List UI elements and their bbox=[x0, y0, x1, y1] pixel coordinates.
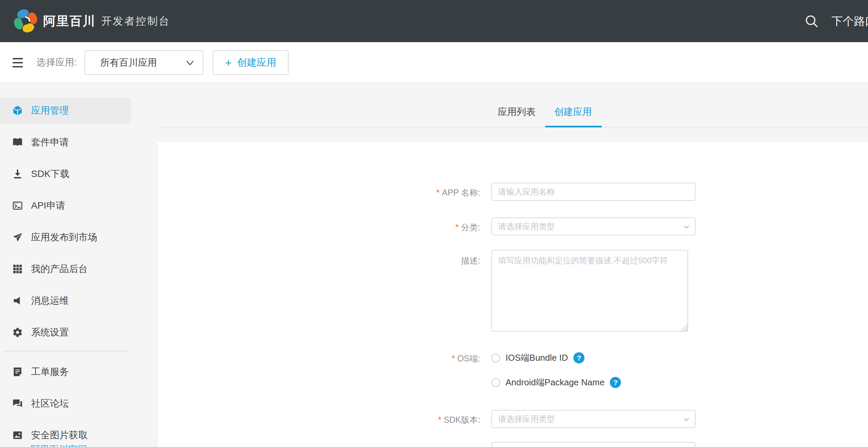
category-select[interactable]: 请选择应用类型 bbox=[491, 217, 696, 235]
next-field-partial[interactable] bbox=[491, 442, 696, 447]
sidebar-item-publish-to-market[interactable]: 应用发布到市场 bbox=[0, 224, 131, 250]
sdk-version-select[interactable]: 请选择应用类型 bbox=[491, 410, 696, 428]
sidebar-item-label: 我的产品后台 bbox=[31, 263, 88, 275]
category-select-placeholder: 请选择应用类型 bbox=[498, 218, 555, 235]
select-app-label: 选择应用: bbox=[36, 42, 77, 83]
sidebar-item-message-ops[interactable]: 消息运维 bbox=[0, 288, 131, 314]
sidebar-item-ticket-service[interactable]: 工单服务 bbox=[0, 359, 131, 385]
megaphone-icon bbox=[12, 295, 23, 306]
document-icon bbox=[12, 366, 23, 377]
sidebar-item-label: 社区论坛 bbox=[31, 397, 69, 410]
terminal-icon bbox=[12, 200, 23, 211]
sidebar-item-label: 套件申请 bbox=[31, 136, 69, 149]
sidebar-item-app-management[interactable]: 应用管理 bbox=[0, 97, 131, 124]
tab-bar: 应用列表 创建应用 bbox=[158, 83, 868, 127]
create-app-button-label: 创建应用 bbox=[237, 56, 276, 69]
sidebar-item-system-settings[interactable]: 系统设置 bbox=[0, 319, 131, 346]
sidebar-item-sdk-download[interactable]: SDK下载 bbox=[0, 161, 131, 187]
chevron-down-icon bbox=[683, 416, 689, 422]
sidebar-nav: 应用管理 套件申请 SDK下载 API申请 bbox=[0, 83, 158, 447]
help-icon[interactable]: ? bbox=[573, 352, 585, 363]
app-name-input[interactable] bbox=[491, 183, 696, 201]
sidebar-item-label: 应用管理 bbox=[31, 104, 69, 117]
sidebar-item-label: 应用发布到市场 bbox=[31, 231, 97, 244]
image-icon bbox=[12, 430, 23, 441]
sidebar-item-label: 系统设置 bbox=[31, 326, 69, 339]
sidebar-item-label: API申请 bbox=[31, 199, 65, 212]
ios-radio-label: IOS端Bundle ID bbox=[506, 352, 568, 364]
sidebar-item-suite-request[interactable]: 套件申请 bbox=[0, 129, 131, 155]
tab-create-app[interactable]: 创建应用 bbox=[554, 106, 592, 118]
ios-radio[interactable] bbox=[491, 354, 500, 362]
app-dropdown-value: 所有百川应用 bbox=[100, 51, 157, 74]
sdk-version-select-placeholder: 请选择应用类型 bbox=[498, 411, 555, 427]
sidebar-item-community-forum[interactable]: 社区论坛 bbox=[0, 390, 131, 417]
required-marker: * bbox=[436, 188, 440, 197]
sidebar-item-label: 安全图片获取 bbox=[31, 429, 88, 442]
required-marker: * bbox=[438, 415, 441, 424]
app-toolbar: 选择应用: 所有百川应用 + 创建应用 bbox=[0, 42, 868, 83]
android-radio[interactable] bbox=[491, 378, 500, 387]
sidebar-footer-link[interactable]: 阿里百川官网 bbox=[30, 443, 87, 447]
sidebar-item-my-product-backend[interactable]: 我的产品后台 bbox=[0, 256, 131, 282]
grid-icon bbox=[12, 264, 23, 274]
sidebar-divider bbox=[3, 351, 130, 352]
android-radio-label: Android端Package Name bbox=[506, 377, 604, 388]
brand-title: 阿里百川 bbox=[43, 0, 96, 42]
user-menu[interactable]: 下个路口 bbox=[832, 0, 868, 42]
menu-toggle-button[interactable] bbox=[12, 58, 23, 67]
create-app-button[interactable]: + 创建应用 bbox=[213, 50, 289, 75]
download-icon bbox=[12, 169, 23, 179]
create-app-form: *APP 名称: *分类: 请选择应用类型 描述: bbox=[158, 142, 868, 447]
os-option-android: Android端Package Name ? bbox=[491, 377, 621, 388]
category-label: *分类: bbox=[158, 222, 480, 233]
console-subtitle: 开发者控制台 bbox=[101, 0, 170, 42]
os-option-ios: IOS端Bundle ID ? bbox=[491, 352, 585, 364]
main-area: 应用列表 创建应用 *APP 名称: *分类: 请选择应用类型 bbox=[158, 83, 868, 447]
plus-icon: + bbox=[225, 57, 232, 68]
description-textarea[interactable] bbox=[491, 250, 688, 332]
sidebar-item-api-request[interactable]: API申请 bbox=[0, 192, 131, 219]
cube-icon bbox=[12, 105, 23, 116]
hamburger-icon bbox=[12, 58, 23, 59]
os-label: *OS端: bbox=[158, 353, 480, 364]
sidebar-item-label: 工单服务 bbox=[31, 365, 69, 378]
gear-icon bbox=[12, 327, 23, 338]
help-icon[interactable]: ? bbox=[610, 377, 621, 388]
sidebar-item-label: SDK下载 bbox=[31, 168, 70, 180]
active-tab-indicator bbox=[545, 126, 602, 127]
sdk-version-label: *SDK版本: bbox=[158, 414, 480, 425]
search-icon[interactable] bbox=[804, 14, 819, 29]
content-area: 应用管理 套件申请 SDK下载 API申请 bbox=[0, 83, 868, 447]
sidebar-item-label: 消息运维 bbox=[31, 294, 69, 307]
app-name-label: *APP 名称: bbox=[158, 187, 480, 198]
paper-plane-icon bbox=[12, 232, 23, 243]
forum-icon bbox=[12, 398, 23, 409]
app-dropdown[interactable]: 所有百川应用 bbox=[84, 50, 204, 75]
app-header: 阿里百川 开发者控制台 下个路口 bbox=[0, 0, 868, 42]
required-marker: * bbox=[452, 354, 455, 363]
book-icon bbox=[12, 137, 23, 148]
required-marker: * bbox=[455, 222, 459, 232]
page: 阿里百川 开发者控制台 下个路口 选择应用: 所有百川应用 + 创建应用 bbox=[0, 0, 868, 447]
chevron-down-icon bbox=[683, 224, 689, 230]
baichuan-logo[interactable] bbox=[12, 7, 39, 34]
chevron-down-icon bbox=[185, 58, 195, 68]
band-spacer bbox=[158, 127, 868, 142]
description-label: 描述: bbox=[158, 255, 480, 266]
tab-app-list[interactable]: 应用列表 bbox=[498, 106, 536, 118]
